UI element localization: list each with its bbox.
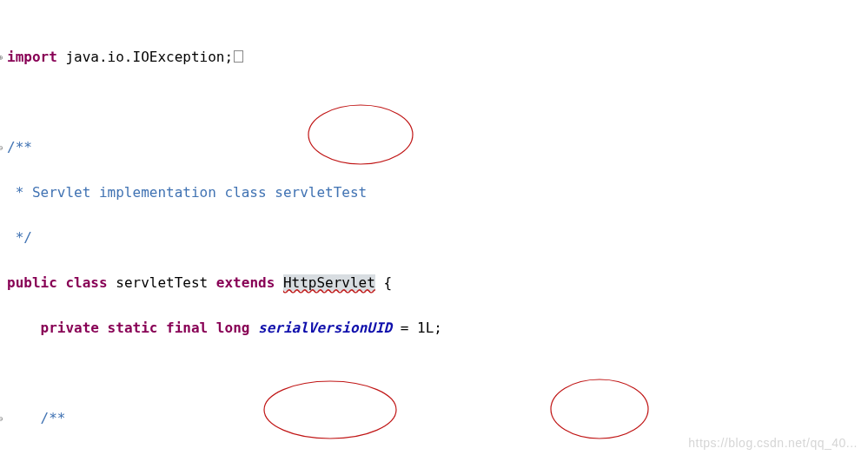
javadoc-open: /** — [41, 410, 66, 426]
class-name: servletTest — [108, 274, 216, 291]
keyword-class: class — [65, 274, 107, 291]
keyword-static: static — [108, 320, 158, 336]
keyword-extends: extends — [216, 274, 275, 291]
fold-javadoc-icon[interactable]: ⊖ — [0, 407, 3, 430]
javadoc-open: /** — [7, 139, 32, 155]
brace: { — [375, 274, 392, 291]
import-statement: java.io.IOException; — [57, 49, 233, 65]
keyword-private: private — [41, 320, 99, 336]
type-httpservlet-error: HttpServlet — [283, 274, 375, 291]
keyword-final: final — [166, 320, 208, 336]
current-line-highlight — [0, 227, 868, 249]
field-serialversionuid: serialVersionUID — [258, 320, 392, 336]
keyword-public: public — [7, 274, 57, 291]
collapsed-marker-icon[interactable] — [234, 50, 243, 63]
watermark-text: https://blog.csdn.net/qq_40... — [688, 436, 858, 450]
fold-import-icon[interactable]: ⊕ — [0, 46, 3, 69]
assign-1L: = 1L; — [392, 320, 442, 336]
keyword-import: import — [7, 49, 57, 65]
keyword-long: long — [216, 320, 250, 336]
fold-javadoc-icon[interactable]: ⊖ — [0, 136, 3, 159]
indent — [7, 410, 41, 426]
javadoc-close: */ — [7, 229, 32, 246]
indent — [7, 320, 41, 336]
code-editor[interactable]: ⊕import java.io.IOException; ⊖/** * Serv… — [7, 0, 868, 455]
javadoc-text: * Servlet implementation class servletTe… — [7, 184, 367, 201]
